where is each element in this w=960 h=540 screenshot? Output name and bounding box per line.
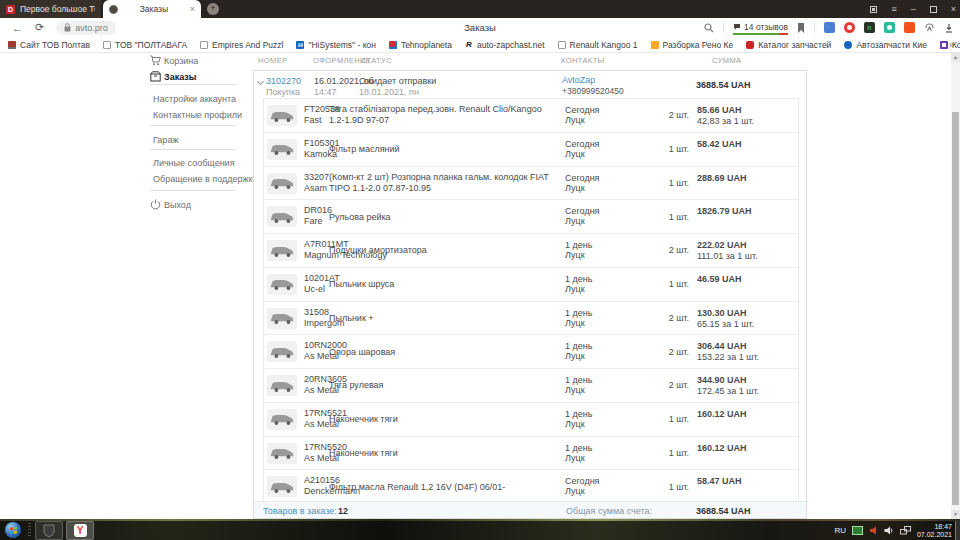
bookmark-label: Сайт ТОВ Полтав — [20, 40, 90, 50]
bookmark-item[interactable]: ТОВ "ПОЛТАВАГА — [103, 40, 187, 50]
taskbar-item-wot[interactable] — [35, 521, 63, 540]
tab-panel-icon[interactable] — [870, 6, 877, 13]
part-code-link[interactable]: DR016 — [304, 205, 332, 215]
address-bar[interactable]: avto.pro — [56, 21, 116, 35]
bookmark-flag-icon[interactable] — [797, 23, 805, 33]
sidebar-item-support[interactable]: Обращение в поддержку — [153, 174, 257, 184]
sidebar-item-messages[interactable]: Личные сообщения — [153, 158, 235, 168]
taskbar-item-yandex-browser[interactable]: Y — [66, 521, 94, 540]
language-indicator[interactable]: RU — [834, 526, 846, 535]
part-code-link[interactable]: 31508 — [304, 307, 329, 317]
close-window-icon[interactable]: × — [951, 4, 956, 14]
order-item-row[interactable]: 31508 Impergom Пыльник + 1 день Луцк 2 ш… — [264, 302, 798, 336]
order-item-row[interactable]: 33207 Asam (Комп-кт 2 шт) Розпорна планк… — [264, 167, 798, 201]
item-sum: 160.12 UAH — [697, 443, 747, 453]
order-item-row[interactable]: 20RN3605 As Metal Тяга рулевая 1 день Лу… — [264, 369, 798, 403]
sidebar-item-logout[interactable]: Выход — [164, 200, 191, 210]
sidebar-item-orders[interactable]: Заказы — [164, 72, 196, 82]
order-number-link[interactable]: 3102270 — [266, 76, 301, 86]
windows-logo-icon — [10, 526, 17, 534]
sidebar-item-cart[interactable]: Корзина — [164, 56, 198, 66]
bookmark-item[interactable]: Renault Kangoo 1 — [558, 40, 638, 50]
order-item-row[interactable]: 10201AT Uc-el Пыльник шруса 1 день Луцк … — [264, 268, 798, 302]
order-item-row[interactable]: 17RN5521 As Metal Наконечник тяги 1 день… — [264, 403, 798, 437]
bookmark-item[interactable]: Сайт ТОВ Полтав — [8, 40, 90, 50]
seller-link[interactable]: AvtoZap — [562, 75, 595, 85]
bookmark-item[interactable]: Hi"HiSystems" - кон — [296, 40, 375, 50]
bookmark-item[interactable]: Rauto-zapchast.net — [465, 40, 545, 50]
bookmark-item[interactable]: Автозапчасти Кие — [844, 40, 927, 50]
start-button[interactable] — [5, 522, 21, 538]
bookmark-label: Tehnoplaneta — [401, 40, 452, 50]
part-name: Пыльник шруса — [329, 279, 557, 290]
sidebar-item-garage[interactable]: Гараж — [153, 135, 178, 145]
sidebar-item-contact-profiles[interactable]: Контактные профили — [153, 110, 242, 120]
restore-icon[interactable] — [930, 6, 937, 13]
minimize-icon[interactable]: – — [911, 4, 916, 14]
pin-extension-icon[interactable] — [884, 22, 895, 33]
per-unit-price: 172.45 за 1 шт. — [697, 386, 759, 396]
order-header-row[interactable]: 3102270 Покупка 16.01.2021, сб 14:47 Ожи… — [254, 71, 806, 98]
bookmark-item[interactable]: Tehnoplaneta — [389, 40, 452, 50]
flame-extension-icon[interactable] — [904, 22, 915, 33]
seller-city: Луцк — [565, 486, 585, 496]
back-icon[interactable]: ← — [12, 22, 23, 34]
bookmark-item[interactable]: Empires And Puzzl — [200, 40, 283, 50]
lock-extension-icon[interactable] — [824, 22, 835, 33]
items-count-label: Товаров в заказе: — [263, 506, 337, 516]
order-item-row[interactable]: 10RN2000 As Metal Опора шаровая 1 день Л… — [264, 335, 798, 369]
order-item-row[interactable]: A7R011MT Magnum Technology Подушки аморт… — [264, 234, 798, 268]
show-desktop-button[interactable] — [955, 521, 960, 540]
scroll-up-icon[interactable]: ▲ — [951, 53, 960, 62]
reload-icon[interactable]: ⟳ — [35, 21, 44, 34]
close-tab-icon[interactable]: × — [190, 4, 195, 14]
seller-city: Луцк — [565, 149, 585, 159]
tab-drive2[interactable]: D Первое большое ТО и н — [0, 0, 101, 18]
taskbar-clock[interactable]: 18:47 07.02.2021 — [917, 523, 952, 539]
download-icon[interactable] — [944, 23, 954, 33]
volume-icon[interactable] — [884, 526, 894, 535]
tab-orders-active[interactable]: Заказы × — [103, 0, 201, 18]
site-favicon — [844, 41, 852, 49]
order-item-row[interactable]: F105301 Kamoka Фільтр масляний Сегодня Л… — [264, 133, 798, 167]
opera-extension-icon[interactable] — [844, 22, 855, 33]
search-icon[interactable] — [704, 23, 714, 33]
bookmark-item[interactable]: Каталог запчастей — [746, 40, 831, 50]
vpn-extension-icon[interactable]: n — [864, 22, 875, 33]
per-unit-price: 153.22 за 1 шт. — [697, 352, 759, 362]
bookmark-label: Автозапчасти Кие — [856, 40, 927, 50]
order-total-sum: 3688.54 UAH — [696, 506, 751, 516]
sidebar-item-account-settings[interactable]: Настройки аккаунта — [153, 94, 236, 104]
scrollbar-thumb[interactable] — [952, 112, 959, 505]
order-item-row[interactable]: A210156 Denckermann Фільтр масла Renault… — [264, 470, 798, 504]
part-photo — [267, 308, 297, 329]
delivery-time: Сегодня — [565, 206, 600, 216]
collapse-chevron-icon[interactable] — [257, 78, 264, 85]
new-tab-button[interactable]: + — [207, 3, 219, 15]
item-sum: 58.47 UAH — [697, 476, 742, 486]
column-header-sum: СУММА — [712, 56, 741, 65]
tray-alert-icon[interactable] — [869, 526, 878, 535]
browser-tab-bar: D Первое большое ТО и н Заказы × + ≡ – × — [0, 0, 960, 18]
item-sum: 58.42 UAH — [697, 139, 742, 149]
network-icon[interactable] — [900, 526, 911, 535]
seller-city: Луцк — [565, 284, 585, 294]
bookmarks-overflow-chevron[interactable]: » — [949, 40, 954, 50]
delivery-time: 1 день — [565, 409, 592, 419]
r-favicon: R — [465, 41, 473, 49]
gesture-icon[interactable] — [924, 22, 935, 33]
seller-city: Луцк — [565, 385, 585, 395]
scroll-down-icon[interactable]: ▼ — [951, 510, 960, 519]
order-item-row[interactable]: FT20538 Fast Тяга стабілізатора перед.зо… — [264, 99, 798, 133]
part-photo — [267, 105, 297, 126]
document-favicon — [103, 41, 111, 49]
order-item-row[interactable]: DR016 Fare Рульова рейка Сегодня Луцк 1 … — [264, 200, 798, 234]
bookmark-item[interactable]: Разборка Рено Ке — [651, 40, 734, 50]
browser-menu-icon[interactable]: ≡ — [891, 4, 896, 14]
order-status-date: 18.01.2021, пн — [359, 87, 419, 97]
vertical-scrollbar[interactable]: ▲ ▼ — [951, 53, 960, 519]
site-reviews-badge[interactable]: 14 отзывов — [733, 22, 788, 34]
order-item-row[interactable]: 17RN5520 As Metal Наконечник тяги 1 день… — [264, 437, 798, 471]
tray-app-icon[interactable] — [852, 526, 863, 535]
part-code-link[interactable]: 33207 — [304, 172, 329, 182]
